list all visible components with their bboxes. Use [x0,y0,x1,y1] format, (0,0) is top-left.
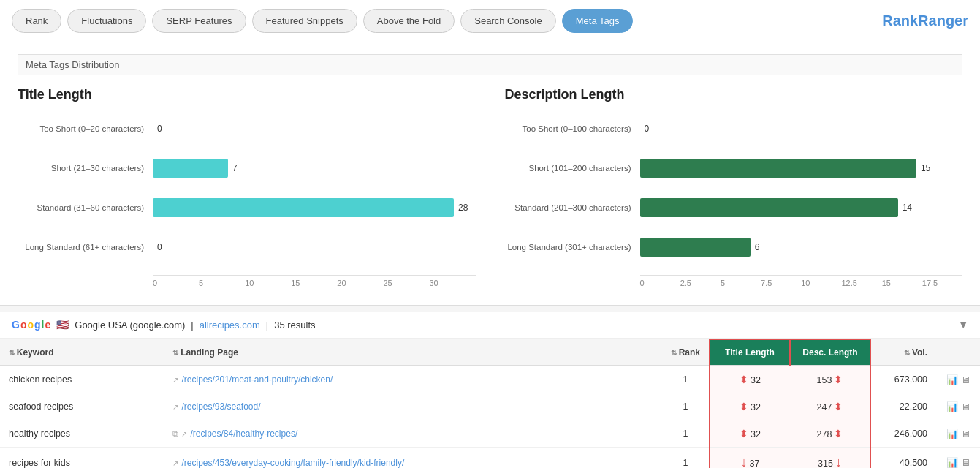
chart-section-title: Meta Tags Distribution [18,54,962,75]
bar-label: Standard (31–60 characters) [18,203,153,212]
title-bar-chart: Too Short (0–20 characters)0Short (21–30… [18,117,476,287]
bar-value: 15 [921,163,930,173]
table-section: Google 🇺🇸 Google USA (google.com) | allr… [0,312,980,468]
th-vol[interactable]: Vol. [870,339,936,366]
bar-label: Long Standard (61+ characters) [18,243,153,252]
td-vol: 40,500 [870,448,936,469]
bar-area: 0 [640,117,963,140]
tab-rank[interactable]: Rank [12,9,61,33]
bar-fill [640,238,751,257]
bar-fill [640,198,898,217]
bar-row: Long Standard (61+ characters)0 [18,235,476,259]
flag-icon: 🇺🇸 [56,319,69,331]
td-desc-length: 278⬍ [790,420,870,448]
bar-label: Standard (201–300 characters) [505,203,640,212]
filter-icon[interactable]: ▼ [958,319,968,331]
bar-chart-icon[interactable]: 📊 [946,457,958,468]
bar-row: Too Short (0–20 characters)0 [18,117,476,140]
monitor-icon[interactable]: 🖥 [961,429,970,439]
monitor-icon[interactable]: 🖥 [961,457,970,468]
td-rank: 1 [662,366,710,393]
th-keyword[interactable]: Keyword [0,339,164,366]
copy-icon[interactable]: ⧉ [172,429,178,438]
bar-row: Standard (31–60 characters)28 [18,196,476,219]
x-axis: 02.557.51012.51517.5 [640,275,963,287]
th-title-length[interactable]: Title Length [710,339,790,366]
x-tick: 15 [882,279,922,287]
table-row: seafood recipes↗/recipes/93/seafood/1⬍32… [0,393,980,420]
tab-fluctuations[interactable]: Fluctuations [67,9,146,33]
td-title-length: ⬍32 [710,366,790,393]
table-row: recipes for kids↗/recipes/453/everyday-c… [0,448,980,469]
table-info-bar: Google 🇺🇸 Google USA (google.com) | allr… [0,312,980,339]
bar-chart-icon[interactable]: 📊 [946,401,958,412]
external-link-icon: ↗ [172,376,178,384]
bar-label: Short (101–200 characters) [505,164,640,173]
td-rank: 1 [662,393,710,420]
td-actions: 📊🖥 [936,420,980,448]
desc-bar-chart: Too Short (0–100 characters)0Short (101–… [505,117,963,287]
monitor-icon[interactable]: 🖥 [961,401,970,412]
td-title-length: ⬍32 [710,393,790,420]
title-length-value: 32 [751,375,761,385]
landing-page-link[interactable]: /recipes/93/seafood/ [181,401,260,412]
x-tick: 30 [429,279,475,287]
td-title-length: ↓37 [710,448,790,469]
google-logo: Google [12,319,50,331]
x-tick: 15 [291,279,337,287]
x-tick: 0 [640,279,680,287]
monitor-icon[interactable]: 🖥 [961,374,970,385]
bar-chart-icon[interactable]: 📊 [946,429,958,439]
td-keyword: chicken recipes [0,366,164,393]
desc-length-value: 315 [818,458,833,468]
td-vol: 673,000 [870,366,936,393]
landing-page-link[interactable]: /recipes/453/everyday-cooking/family-fri… [181,458,404,468]
bar-row: Short (21–30 characters)7 [18,156,476,180]
td-actions: 📊🖥 [936,448,980,469]
bar-row: Long Standard (301+ characters)6 [505,235,963,259]
x-axis: 051015202530 [153,275,476,287]
td-desc-length: 315↓ [790,448,870,469]
bar-value: 0 [645,124,650,134]
chart-section: Meta Tags Distribution Title Length Too … [0,42,980,306]
th-rank[interactable]: Rank [662,339,710,366]
tab-serp-features[interactable]: SERP Features [152,9,246,33]
x-tick: 5 [199,279,245,287]
title-chart-title: Title Length [18,87,476,102]
bar-value: 6 [755,242,760,252]
table-results: 35 results [274,320,315,331]
td-landing-page: ⧉↗/recipes/84/healthy-recipes/ [164,420,661,448]
td-keyword: seafood recipes [0,393,164,420]
bar-area: 15 [640,156,963,180]
td-title-length: ⬍32 [710,420,790,448]
table-row: healthy recipes⧉↗/recipes/84/healthy-rec… [0,420,980,448]
bar-chart-icon[interactable]: 📊 [946,374,958,385]
th-landing-page[interactable]: Landing Page [164,339,661,366]
desc-length-chart: Description Length Too Short (0–100 char… [505,87,963,287]
bar-value: 28 [458,203,468,213]
x-tick: 25 [383,279,429,287]
top-nav: Rank Fluctuations SERP Features Featured… [0,0,980,42]
bar-fill [153,198,454,217]
tab-search-console[interactable]: Search Console [460,9,556,33]
desc-length-value: 278 [817,429,832,439]
x-tick: 7.5 [761,279,801,287]
title-length-arrow: ⬍ [740,428,748,439]
landing-page-link[interactable]: /recipes/201/meat-and-poultry/chicken/ [181,374,333,385]
tab-above-the-fold[interactable]: Above the Fold [363,9,455,33]
bar-label: Too Short (0–20 characters) [18,124,153,133]
bar-area: 14 [640,196,963,219]
tab-meta-tags[interactable]: Meta Tags [562,9,634,33]
bar-value: 0 [157,124,162,134]
separator: | [191,320,193,331]
bar-label: Too Short (0–100 characters) [505,124,640,133]
th-desc-length[interactable]: Desc. Length [790,339,870,366]
bar-value: 14 [903,203,912,213]
x-tick: 17.5 [922,279,962,287]
landing-page-link[interactable]: /recipes/84/healthy-recipes/ [190,429,297,439]
tab-featured-snippets[interactable]: Featured Snippets [252,9,357,33]
table-site-link[interactable]: allrecipes.com [200,320,260,331]
td-keyword: healthy recipes [0,420,164,448]
x-tick: 5 [721,279,761,287]
th-actions [936,339,980,366]
